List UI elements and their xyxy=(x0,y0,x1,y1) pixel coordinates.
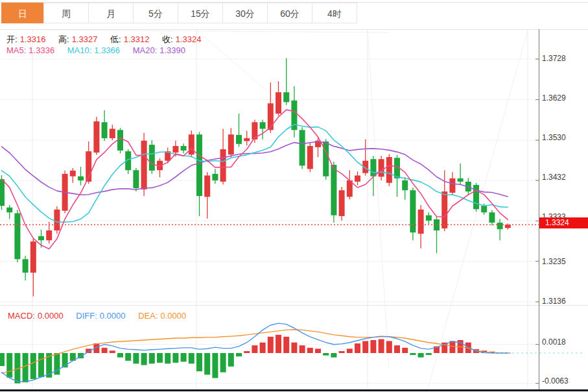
price-axis-label: 1.3136 xyxy=(542,297,586,306)
price-axis-label: 1.3432 xyxy=(542,173,586,182)
timeframe-tabbar: 日 周 月 5分 15分 30分 60分 4时 xyxy=(1,3,357,25)
tab-day[interactable]: 日 xyxy=(1,3,44,23)
tab-week[interactable]: 周 xyxy=(43,3,89,23)
trading-chart-app: 日 周 月 5分 15分 30分 60分 4时 开:1.3316 高:1.332… xyxy=(0,0,588,392)
bottom-border xyxy=(0,389,588,391)
tab-5min[interactable]: 5分 xyxy=(133,3,178,23)
macd-axis-label: -0.0063 xyxy=(542,376,586,386)
tab-month[interactable]: 月 xyxy=(88,3,134,23)
candles-layer xyxy=(0,58,511,297)
price-axis-label: 1.3235 xyxy=(542,257,586,266)
candlestick-macd-chart[interactable] xyxy=(0,0,588,392)
tab-60min[interactable]: 60分 xyxy=(267,3,312,23)
tab-4hour[interactable]: 4时 xyxy=(312,3,357,23)
macd-layer xyxy=(0,323,582,384)
price-axis-label: 1.3530 xyxy=(542,133,586,142)
axis-layer xyxy=(0,29,588,390)
tab-15min[interactable]: 15分 xyxy=(178,3,223,23)
price-axis-label: 1.3629 xyxy=(542,93,586,103)
tab-30min[interactable]: 30分 xyxy=(222,3,268,23)
macd-axis-label: 0.0018 xyxy=(542,337,586,347)
price-axis-label: 1.3728 xyxy=(542,54,586,63)
last-price-tag: 1.3324 xyxy=(539,217,588,228)
